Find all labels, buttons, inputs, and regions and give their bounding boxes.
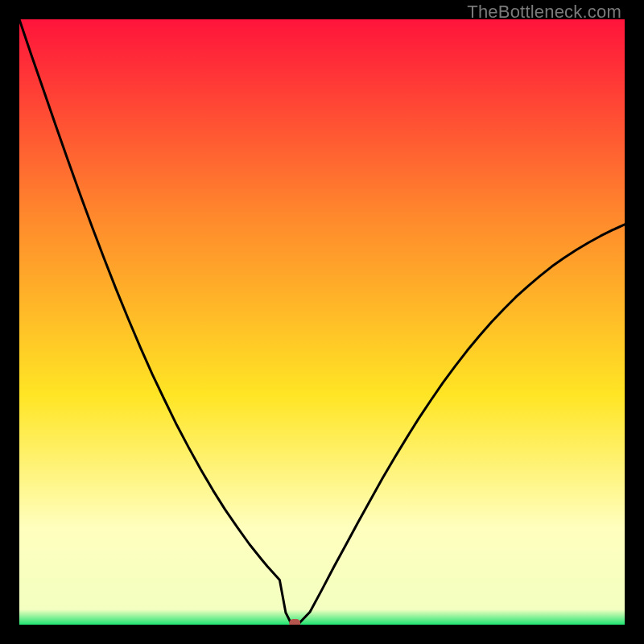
chart-frame — [19, 19, 625, 625]
gradient-background — [19, 19, 625, 625]
optimal-point-marker — [289, 619, 300, 625]
chart-svg — [19, 19, 625, 625]
watermark-text: TheBottleneck.com — [467, 2, 621, 23]
